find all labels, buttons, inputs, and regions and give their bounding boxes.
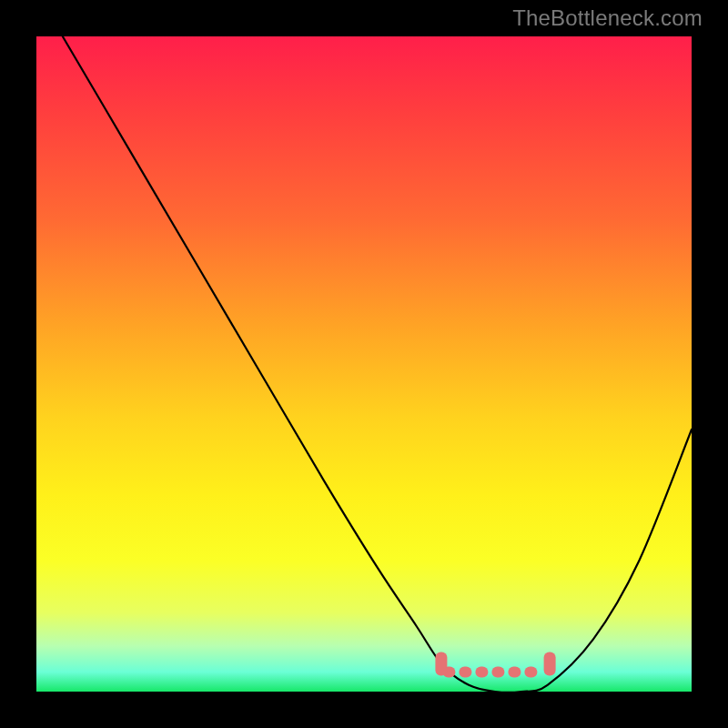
optimal-band-marker [475,666,488,677]
optimal-band-left-cap [435,652,447,675]
optimal-band-right-cap [544,652,556,675]
optimal-band-markers [442,666,537,677]
bottleneck-curve-path [63,36,692,692]
chart-frame: TheBottleneck.com [0,0,728,728]
curve-overlay [36,36,692,692]
optimal-band-marker [508,666,521,677]
watermark-text: TheBottleneck.com [512,5,703,31]
optimal-band-marker [491,666,504,677]
optimal-band-marker [459,666,471,677]
optimal-band-marker [524,666,537,677]
